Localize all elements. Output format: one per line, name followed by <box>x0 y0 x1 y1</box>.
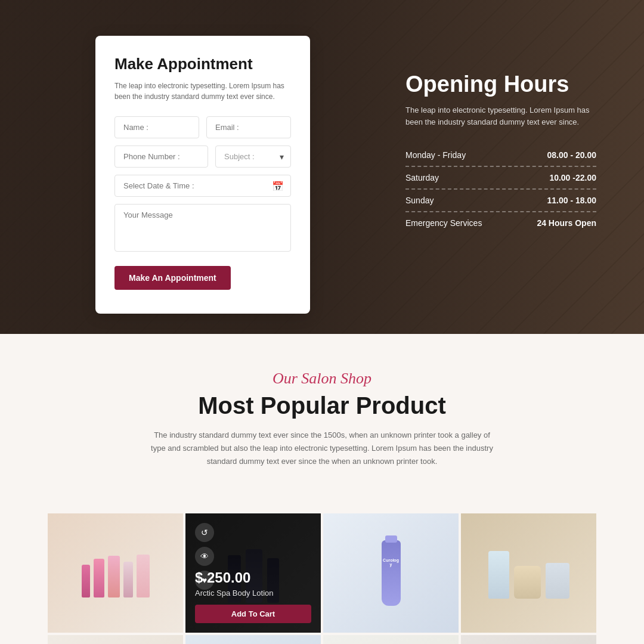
appointment-title: Make Appointment <box>114 55 291 73</box>
product-name: Arctic Spa Body Lotion <box>195 589 274 597</box>
product-image-1 <box>48 513 183 633</box>
hours-row-monfri: Monday - Friday 08.00 - 20.00 <box>405 144 596 167</box>
datetime-input[interactable] <box>114 175 291 197</box>
opening-hours-desc: The leap into electronic typesetting. Lo… <box>405 104 596 128</box>
product-image-5 <box>48 635 183 644</box>
jar-product <box>514 566 541 599</box>
product-grid-row1: ↺ 👁 ♥ $ 250.00 Arctic Spa Body Lotion Ad… <box>0 513 644 633</box>
hours-time: 08.00 - 20.00 <box>547 150 596 160</box>
message-textarea[interactable] <box>114 204 291 252</box>
bottle-shape <box>82 565 90 597</box>
bottle-product <box>546 563 569 599</box>
hours-row-emergency: Emergency Services 24 Hours Open <box>405 212 596 234</box>
product-image-featured: ↺ 👁 ♥ $ 250.00 Arctic Spa Body Lotion Ad… <box>185 513 321 633</box>
product-image-3: Curology <box>323 513 459 633</box>
opening-hours-panel: Opening Hours The leap into electronic t… <box>405 72 596 234</box>
hours-day: Monday - Friday <box>405 150 466 160</box>
bottle-shape <box>108 556 120 597</box>
add-to-cart-button[interactable]: Add To Cart <box>195 605 311 623</box>
hours-row-sun: Sunday 11.00 - 18.00 <box>405 190 596 212</box>
subject-select[interactable]: Subject : Hair Care Skin Care Nail Care … <box>215 145 291 168</box>
hours-time: 10.00 -22.00 <box>549 173 596 182</box>
phone-input[interactable] <box>114 145 208 168</box>
product-card-7[interactable]: Thieves <box>323 635 459 644</box>
bottle-shape <box>123 562 133 597</box>
subject-wrapper: Subject : Hair Care Skin Care Nail Care … <box>215 145 291 168</box>
name-email-row <box>114 116 291 138</box>
hours-day: Emergency Services <box>405 218 482 228</box>
product-card-5[interactable] <box>48 635 183 644</box>
heart-icon-btn[interactable]: ♥ <box>195 571 214 590</box>
product-card-8[interactable] <box>461 635 596 644</box>
datetime-wrapper: 📅 <box>114 175 291 197</box>
product-image-6 <box>185 635 321 644</box>
product-card-1[interactable] <box>48 513 183 633</box>
product-card-featured[interactable]: ↺ 👁 ♥ $ 250.00 Arctic Spa Body Lotion Ad… <box>185 513 321 633</box>
shop-section: Our Salon Shop Most Popular Product The … <box>0 334 644 513</box>
hours-row-sat: Saturday 10.00 -22.00 <box>405 167 596 190</box>
appointment-card: Make Appointment The leap into electroni… <box>95 36 310 314</box>
bottle-shape <box>137 555 150 597</box>
product-grid-row2: Thieves <box>0 633 644 644</box>
lotion-bottle <box>488 551 509 599</box>
appointment-button[interactable]: Make An Appointment <box>114 266 231 290</box>
refresh-icon-btn[interactable]: ↺ <box>195 523 214 542</box>
tube-cap <box>385 535 397 543</box>
product-action-icons: ↺ 👁 ♥ <box>195 523 214 590</box>
product-card-6[interactable] <box>185 635 321 644</box>
shop-subtitle: Our Salon Shop <box>48 370 596 388</box>
tube-label: Curology <box>382 540 401 566</box>
opening-hours-title: Opening Hours <box>405 72 596 97</box>
product-card-4[interactable] <box>461 513 596 633</box>
phone-subject-row: Subject : Hair Care Skin Care Nail Care … <box>114 145 291 168</box>
shop-description: The industry standard dummy text ever si… <box>149 429 495 468</box>
product-card-3[interactable]: Curology <box>323 513 459 633</box>
email-input[interactable] <box>206 116 291 138</box>
shop-title: Most Popular Product <box>48 392 596 419</box>
hours-time: 11.00 - 18.00 <box>547 196 596 205</box>
view-icon-btn[interactable]: 👁 <box>195 547 214 566</box>
bottle-shape <box>94 559 104 597</box>
appointment-subtitle: The leap into electronic typesetting. Lo… <box>114 80 291 102</box>
product-overlay: ↺ 👁 ♥ $ 250.00 Arctic Spa Body Lotion Ad… <box>185 513 321 633</box>
product-image-8 <box>461 635 596 644</box>
hours-time: 24 Hours Open <box>537 218 596 228</box>
purple-tube: Curology <box>382 540 401 606</box>
name-input[interactable] <box>114 116 199 138</box>
hours-day: Saturday <box>405 173 439 182</box>
hours-day: Sunday <box>405 196 434 205</box>
hero-section: Make Appointment The leap into electroni… <box>0 0 644 334</box>
product-image-7: Thieves <box>323 635 459 644</box>
product-image-4 <box>461 513 596 633</box>
